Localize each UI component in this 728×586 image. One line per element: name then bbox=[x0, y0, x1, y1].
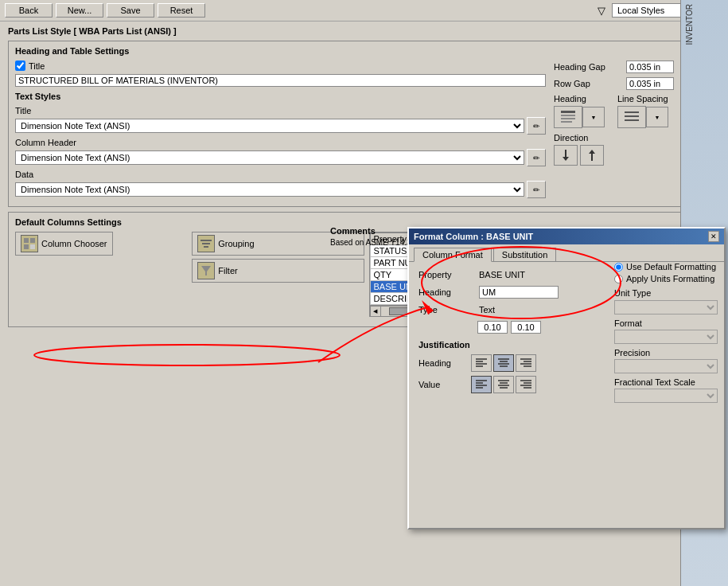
sidebar-inventor-label: INVENTOR bbox=[685, 4, 694, 45]
value-just-left[interactable] bbox=[471, 376, 492, 393]
filter-icon: ▽ bbox=[598, 5, 605, 17]
col-header-dropdown[interactable]: Dimension Note Text (ANSI) bbox=[15, 150, 524, 165]
title-text-style-label: Title bbox=[15, 106, 546, 115]
title-checkbox-label: Title bbox=[29, 61, 45, 71]
heading-table-section-title: Heading and Table Settings bbox=[15, 46, 713, 56]
title-style-dropdown[interactable]: Dimension Note Text (ANSI) bbox=[15, 119, 524, 133]
heading-gap-label: Heading Gap bbox=[554, 62, 621, 72]
line-spacing-label: Line Spacing bbox=[617, 94, 668, 104]
title-style-row: Dimension Note Text (ANSI) ✏ bbox=[15, 117, 546, 135]
svg-marker-18 bbox=[201, 266, 211, 275]
save-button[interactable]: Save bbox=[107, 3, 154, 18]
grouping-icon bbox=[197, 235, 215, 252]
dialog-property-label: Property bbox=[419, 270, 474, 279]
dialog-heading-input[interactable] bbox=[479, 286, 559, 299]
line-spacing-icon-btn[interactable] bbox=[617, 106, 646, 128]
heading-just-left[interactable] bbox=[471, 354, 492, 372]
grouping-label: Grouping bbox=[218, 239, 254, 248]
svg-rect-17 bbox=[204, 246, 208, 248]
svg-rect-14 bbox=[30, 244, 35, 249]
value-just-center[interactable] bbox=[493, 376, 514, 393]
svg-rect-1 bbox=[561, 115, 575, 116]
heading-icon-btn[interactable] bbox=[554, 106, 582, 128]
format-column-dialog: Format Column : BASE UNIT ✕ Column Forma… bbox=[407, 227, 726, 529]
svg-rect-2 bbox=[561, 118, 575, 119]
num-input-2[interactable] bbox=[511, 321, 541, 334]
heading-just-right[interactable] bbox=[516, 354, 536, 372]
title-checkbox-row: Title bbox=[15, 61, 546, 71]
reset-button[interactable]: Reset bbox=[158, 3, 205, 18]
tab-substitution[interactable]: Substitution bbox=[493, 248, 556, 261]
dialog-titlebar: Format Column : BASE UNIT ✕ bbox=[409, 229, 724, 244]
svg-rect-0 bbox=[561, 111, 575, 113]
data-style-label: Data bbox=[15, 170, 546, 179]
num-input-1[interactable] bbox=[477, 321, 508, 334]
data-style-edit-btn[interactable]: ✏ bbox=[527, 181, 546, 198]
heading-gap-input[interactable] bbox=[626, 61, 674, 73]
svg-rect-13 bbox=[24, 244, 29, 249]
col-header-row: Dimension Note Text (ANSI) ✏ bbox=[15, 149, 546, 166]
filter-btn[interactable]: Filter bbox=[192, 259, 364, 283]
filter-icon-sq bbox=[197, 262, 215, 279]
svg-rect-12 bbox=[30, 238, 35, 243]
apply-units-radio[interactable] bbox=[614, 275, 623, 283]
column-chooser-btn[interactable]: Column Chooser bbox=[15, 232, 113, 256]
heading-just-label: Heading bbox=[419, 358, 466, 368]
svg-marker-8 bbox=[563, 157, 569, 161]
svg-marker-10 bbox=[589, 150, 595, 154]
row-gap-input[interactable] bbox=[626, 77, 674, 90]
col-header-label: Column Header bbox=[15, 138, 546, 147]
dialog-close-btn[interactable]: ✕ bbox=[708, 231, 719, 242]
value-just-right[interactable] bbox=[516, 376, 536, 393]
h-scroll-left-btn[interactable]: ◀ bbox=[370, 306, 381, 317]
main-toolbar: Back New... Save Reset ▽ Local Styles bbox=[0, 0, 728, 21]
value-just-label: Value bbox=[419, 380, 466, 389]
svg-rect-16 bbox=[202, 243, 210, 244]
heading-dropdown-arrow[interactable] bbox=[582, 107, 605, 127]
back-button[interactable]: Back bbox=[5, 3, 53, 18]
heading-table-section: Heading and Table Settings Title Text St… bbox=[8, 41, 720, 207]
fractional-text-label: Fractional Text Scale bbox=[614, 377, 717, 387]
dialog-type-label: Type bbox=[419, 305, 474, 314]
apply-units-radio-label: Apply Units Formatting bbox=[626, 274, 714, 283]
precision-dropdown[interactable] bbox=[614, 359, 718, 373]
dialog-right-panel: Use Default Formatting Apply Units Forma… bbox=[608, 256, 723, 413]
title-input-row bbox=[15, 74, 546, 87]
dialog-property-value: BASE UNIT bbox=[479, 270, 525, 279]
fractional-text-dropdown[interactable] bbox=[614, 389, 718, 403]
format-dropdown[interactable] bbox=[614, 330, 718, 344]
use-default-radio-label: Use Default Formatting bbox=[626, 262, 716, 272]
column-chooser-label: Column Chooser bbox=[41, 239, 107, 248]
data-style-dropdown[interactable]: Dimension Note Text (ANSI) bbox=[15, 182, 524, 197]
value-just-btns bbox=[471, 376, 536, 393]
svg-rect-15 bbox=[200, 240, 212, 241]
parts-list-title: Parts List Style [ WBA Parts List (ANSI)… bbox=[8, 26, 720, 36]
dialog-title: Format Column : BASE UNIT bbox=[414, 232, 533, 241]
annotation-circle-table bbox=[32, 342, 346, 368]
filter-label: Filter bbox=[218, 266, 237, 275]
heading-just-center[interactable] bbox=[493, 354, 514, 372]
data-style-row: Dimension Note Text (ANSI) ✏ bbox=[15, 181, 546, 198]
unit-type-label: Unit Type bbox=[614, 288, 717, 298]
unit-type-dropdown[interactable] bbox=[614, 300, 718, 314]
heading-just-btns bbox=[471, 354, 536, 372]
title-style-edit-btn[interactable]: ✏ bbox=[527, 117, 546, 135]
apply-units-radio-row: Apply Units Formatting bbox=[614, 274, 717, 283]
title-text-input[interactable] bbox=[15, 74, 546, 87]
new-button[interactable]: New... bbox=[56, 3, 103, 18]
use-default-radio[interactable] bbox=[614, 263, 623, 272]
ls-dropdown-arrow[interactable] bbox=[646, 107, 668, 127]
format-label: Format bbox=[614, 318, 717, 328]
col-header-edit-btn[interactable]: ✏ bbox=[527, 149, 546, 166]
direction-up-btn[interactable] bbox=[580, 145, 604, 166]
text-styles-label: Text Styles bbox=[15, 92, 546, 101]
column-chooser-icon bbox=[21, 235, 38, 252]
tab-column-format[interactable]: Column Format bbox=[414, 248, 492, 262]
precision-label: Precision bbox=[614, 348, 717, 357]
column-chooser-area: Column Chooser bbox=[15, 232, 187, 256]
title-checkbox[interactable] bbox=[15, 61, 25, 71]
heading-icon-label: Heading bbox=[554, 94, 605, 104]
direction-down-btn[interactable] bbox=[554, 145, 578, 166]
dialog-type-value: Text bbox=[479, 305, 495, 314]
svg-point-43 bbox=[34, 345, 340, 365]
